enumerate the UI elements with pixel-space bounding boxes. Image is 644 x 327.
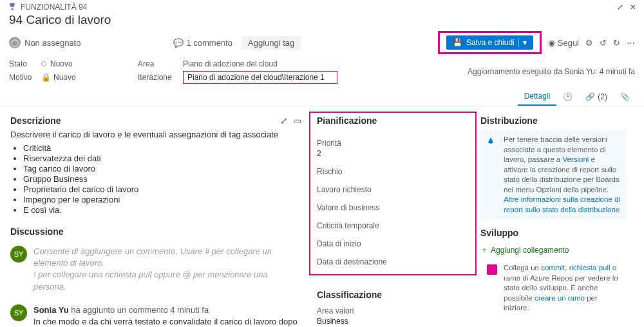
chevron-down-icon[interactable]: ▾: [518, 38, 527, 47]
attachment-icon: 📎: [620, 92, 630, 101]
eye-icon: ◉: [548, 38, 555, 48]
area-value[interactable]: Piano di adozione del cloud: [183, 59, 350, 68]
page-title: 94 Carico di lavoro: [0, 12, 644, 31]
follow-button[interactable]: ◉ Segui: [548, 38, 579, 48]
avatar: SY: [10, 246, 27, 263]
tab-links[interactable]: 🔗(2): [579, 88, 614, 105]
deployment-info: Per tenere traccia delle versioni associ…: [480, 130, 626, 220]
area-label: Area: [138, 59, 183, 68]
comments-button[interactable]: 💬 1 commento: [173, 38, 232, 48]
priority-value[interactable]: 2: [317, 149, 469, 158]
updated-by-text: Aggiornamento eseguito da Sonia Yu: 4 mi…: [468, 67, 635, 76]
description-text: Descrivere il carico di lavoro e le even…: [10, 130, 301, 139]
commit-link[interactable]: commit: [541, 264, 565, 272]
deployment-heading: Distribuzione: [480, 115, 538, 126]
bizvalue-label[interactable]: Valore di business: [317, 203, 469, 212]
versions-link[interactable]: Versioni: [562, 155, 589, 163]
development-heading: Sviluppo: [480, 228, 518, 238]
state-value[interactable]: Nuovo: [41, 59, 138, 68]
description-bullets: Criticità Riservatezza dei dati Tag cari…: [23, 143, 301, 215]
save-and-close-button[interactable]: 💾 Salva e chiudi ▾: [446, 35, 533, 50]
add-tag-button[interactable]: Aggiungi tag: [242, 36, 301, 50]
discussion-comment: Sonia Yu ha aggiunto un commento 4 minut…: [33, 304, 301, 327]
assignee-picker[interactable]: ◯ Non assegnato: [9, 37, 80, 48]
valuearea-label: Area valori: [317, 306, 469, 315]
save-icon: 💾: [453, 38, 462, 47]
trophy-icon: [8, 3, 17, 12]
timecrit-label[interactable]: Criticità temporale: [317, 221, 469, 230]
planning-heading: Pianificazione: [317, 115, 377, 126]
risk-label[interactable]: Rischio: [317, 167, 469, 176]
tab-attachments[interactable]: 📎: [614, 88, 636, 105]
classification-heading: Classificazione: [317, 290, 382, 300]
iteration-label: Iterazione: [138, 73, 183, 82]
lock-icon: 🔒: [41, 73, 51, 82]
plus-icon: ＋: [480, 244, 488, 255]
comment-icon: 💬: [173, 38, 184, 48]
repos-icon: [486, 263, 498, 276]
breadcrumb: FUNZIONALITÀ 94: [21, 3, 87, 12]
discussion-input[interactable]: Consente di aggiungere un commento. Usar…: [33, 246, 301, 293]
reason-value[interactable]: 🔒Nuovo: [41, 73, 138, 82]
iteration-input[interactable]: [183, 71, 337, 84]
comments-label: 1 commento: [186, 38, 232, 48]
description-heading: Descrizione: [10, 115, 61, 126]
reason-label: Motivo: [9, 73, 41, 82]
startdate-label[interactable]: Data di inizio: [317, 239, 469, 248]
valuearea-value[interactable]: Business: [317, 317, 469, 326]
link-icon: 🔗: [585, 92, 595, 101]
deployment-more-link[interactable]: Altre informazioni sulla creazione di re…: [504, 195, 620, 213]
fullscreen-icon[interactable]: ▭: [293, 115, 301, 126]
state-label: Stato: [9, 59, 41, 68]
person-icon: ◯: [9, 37, 21, 48]
svg-rect-0: [487, 264, 497, 275]
save-highlight: 💾 Salva e chiudi ▾: [438, 31, 542, 54]
follow-label: Segui: [558, 38, 579, 48]
expand-icon[interactable]: ⤢: [617, 3, 623, 12]
gear-icon[interactable]: ⚙: [585, 38, 593, 48]
history-icon: 🕑: [563, 92, 573, 101]
tab-details[interactable]: Dettagli: [518, 88, 557, 106]
priority-label: Priorità: [317, 139, 469, 148]
pr-link[interactable]: richiesta pull: [569, 264, 611, 272]
rocket-icon: [486, 135, 498, 148]
dev-add-link[interactable]: ＋Aggiungi collegamento: [480, 244, 626, 255]
tab-history[interactable]: 🕑: [556, 88, 579, 105]
undo-icon[interactable]: ↺: [600, 38, 607, 48]
discussion-heading: Discussione: [10, 226, 63, 237]
effort-label[interactable]: Lavoro richiesto: [317, 185, 469, 194]
assignee-label: Non assegnato: [24, 38, 80, 48]
avatar: SY: [10, 304, 27, 321]
more-icon[interactable]: ⋯: [627, 38, 635, 48]
redo-icon[interactable]: ↻: [613, 38, 620, 48]
save-label: Salva e chiudi: [466, 38, 515, 47]
state-dot-icon: [41, 61, 46, 66]
create-branch-link[interactable]: creare un ramo: [535, 294, 585, 302]
targetdate-label[interactable]: Data di destinazione: [317, 257, 469, 266]
development-hint: Collega un commit, richiesta pull o ramo…: [480, 258, 626, 319]
edit-icon[interactable]: ⤢: [280, 115, 288, 126]
close-icon[interactable]: ✕: [630, 3, 636, 12]
